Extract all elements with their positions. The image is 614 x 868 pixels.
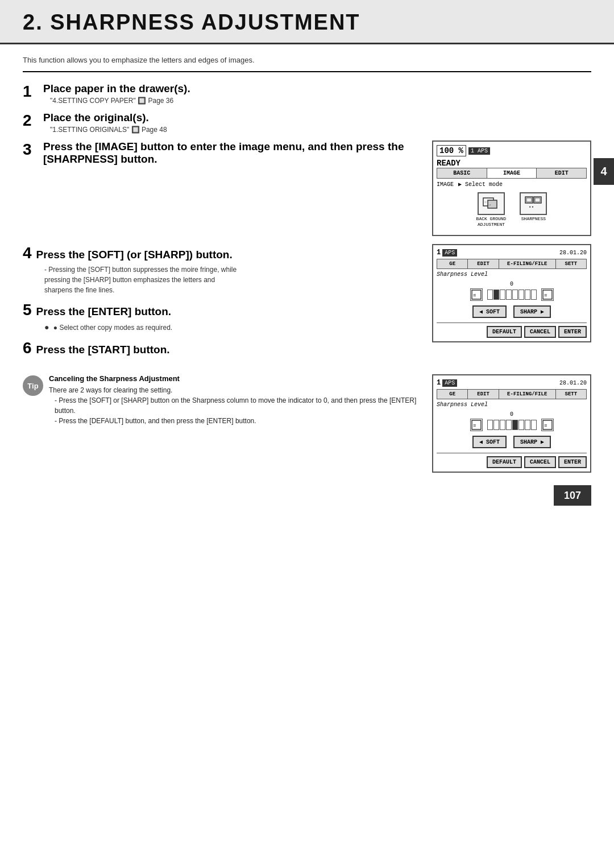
svg-text:☆: ☆ (484, 200, 487, 204)
seg3-8 (531, 420, 537, 430)
seg3 (500, 290, 505, 300)
seg1 (487, 290, 493, 300)
step-4-number: 4 (23, 244, 32, 262)
svg-text:≡: ≡ (473, 423, 476, 429)
step-4-title: 4 Press the [SOFT] (or [SHARP]) button. (23, 244, 421, 262)
step-4-sub3: sharpens the fine lines. (44, 285, 421, 295)
tip-section: Tip Canceling the Sharpness Adjustment T… (23, 374, 591, 473)
ui-sharp-btn3[interactable]: SHARP ▶ (513, 436, 551, 448)
tip-content: Canceling the Sharpness Adjustment There… (49, 374, 424, 426)
ui-bottom-btns2: DEFAULT CANCEL ENTER (437, 323, 587, 338)
ui-nav-row: IMAGE ▶ Select mode (437, 181, 587, 188)
seg5 (512, 290, 518, 300)
ui-date2: 28.01.20 (559, 250, 587, 256)
page-title: 2. SHARPNESS ADJUSTMENT (23, 10, 591, 35)
tip-bullet1: - Press the [SOFT] or [SHARP] button on … (55, 395, 424, 416)
seg3-6 (518, 420, 524, 430)
step-1-number: 1 (23, 84, 43, 100)
ui-soft-sharp-row2: ◀ SOFT SHARP ▶ (437, 305, 587, 318)
seg4 (506, 290, 512, 300)
ui-icon-background[interactable]: → ☆ BACK GROUNDADJUSTMENT (476, 192, 507, 227)
ui-indicator-left-icon2: ≡ (470, 288, 483, 301)
ui-default-btn3[interactable]: DEFAULT (487, 456, 522, 468)
tip-text: There are 2 ways for clearing the settin… (49, 385, 424, 395)
ui-default-btn2[interactable]: DEFAULT (487, 326, 522, 338)
seg3-5 (512, 420, 518, 430)
ui-tab-edit[interactable]: EDIT (537, 168, 586, 178)
ui-cancel-btn2[interactable]: CANCEL (524, 326, 556, 338)
step-2-sub: "1.SETTING ORIGINALS" 🔲 Page 48 (50, 126, 591, 134)
ui-tabs3: GE EDIT E-FILING/FILE SETT (437, 389, 587, 399)
ui-tab3-ge[interactable]: GE (437, 390, 468, 399)
ui-tab2-edit[interactable]: EDIT (468, 259, 499, 268)
ui-indicator-right-icon3: ≡ (541, 419, 554, 431)
ui-screen-2-header: 1 APS 28.01.20 (437, 249, 587, 257)
ui-screen-1: 100 % 1 APS READY BASIC IMAGE EDIT IMAGE… (432, 140, 591, 236)
step-2-content: Place the original(s). "1.SETTING ORIGIN… (43, 111, 591, 136)
side-tab: 4 (594, 158, 614, 185)
step-3-text: 3 Press the [IMAGE] button to enter the … (23, 140, 421, 167)
seg8 (531, 290, 537, 300)
step-3-ui-screen: 100 % 1 APS READY BASIC IMAGE EDIT IMAGE… (432, 140, 591, 236)
ui-sharp-btn2[interactable]: SHARP ▶ (513, 305, 551, 318)
description: This function allows you to emphasize th… (23, 56, 591, 72)
svg-text:≡: ≡ (544, 423, 547, 429)
ui-screen-3: 1 APS 28.01.20 GE EDIT E-FILING/FILE SET… (432, 374, 591, 473)
ui-sharpness-label3: Sharpness Level (437, 402, 587, 408)
steps-456-left: 4 Press the [SOFT] (or [SHARP]) button. … (23, 244, 421, 363)
seg6 (518, 290, 524, 300)
ui-indicator-row3: ≡ ≡ (437, 419, 587, 431)
seg3-2 (493, 420, 499, 430)
ui-tab-basic[interactable]: BASIC (437, 168, 487, 178)
ui-sharpness-label2: Sharpness Level (437, 271, 587, 278)
ui-soft-sharp-row3: ◀ SOFT SHARP ▶ (437, 436, 587, 448)
tip-ui-screen: 1 APS 28.01.20 GE EDIT E-FILING/FILE SET… (432, 374, 591, 473)
ui-enter-btn2[interactable]: ENTER (558, 326, 587, 338)
ui-nav-arrow: ▶ Select mode (458, 181, 503, 188)
ui-tab3-efiling[interactable]: E-FILING/FILE (499, 390, 556, 399)
ui-enter-btn3[interactable]: ENTER (558, 456, 587, 468)
ui-ready: READY (437, 159, 587, 168)
ui-percent: 100 % (437, 145, 466, 156)
main-content: This function allows you to emphasize th… (0, 44, 614, 519)
seg3-4 (506, 420, 512, 430)
ui-soft-btn3[interactable]: ◀ SOFT (472, 436, 507, 448)
ui-tab2-ge[interactable]: GE (437, 259, 468, 268)
ui-icon-sharpness[interactable]: ▪▪ SHARPNESS (520, 192, 547, 227)
step-4-title-text: Press the [SOFT] (or [SHARP]) button. (36, 249, 233, 261)
sharpness-icon: ▪▪ (520, 192, 547, 215)
ui-tab3-sett[interactable]: SETT (556, 390, 586, 399)
ui-tab3-edit[interactable]: EDIT (468, 390, 499, 399)
step-2: 2 Place the original(s). "1.SETTING ORIG… (23, 111, 591, 136)
ui-tab-image[interactable]: IMAGE (487, 168, 537, 178)
ui-zero-label3: 0 (437, 411, 587, 418)
ui-aps-badge3: APS (442, 379, 457, 387)
ui-indicator-left-icon3: ≡ (470, 419, 483, 431)
ui-aps-num3: 1 (437, 379, 441, 387)
svg-text:▪▪: ▪▪ (529, 204, 534, 209)
step-1-title: Place paper in the drawer(s). (43, 82, 591, 95)
steps-456-right: 1 APS 28.01.20 GE EDIT E-FILING/FILE SET… (432, 244, 591, 363)
page-header: 2. SHARPNESS ADJUSTMENT (0, 0, 614, 44)
step-6-title-text: Press the [START] button. (36, 344, 170, 356)
ui-tab2-efiling[interactable]: E-FILING/FILE (499, 259, 556, 268)
ui-nav-label: IMAGE (437, 181, 454, 188)
step-5-sub: ● ● Select other copy modes as required. (44, 321, 421, 333)
step-5-number: 5 (23, 301, 32, 319)
step-3-number: 3 (23, 142, 43, 158)
ui-cancel-btn3[interactable]: CANCEL (524, 456, 556, 468)
ui-tab2-sett[interactable]: SETT (556, 259, 586, 268)
seg2 (493, 290, 499, 300)
step-4: 4 Press the [SOFT] (or [SHARP]) button. … (23, 244, 421, 295)
step-4-sub1: - Pressing the [SOFT] button suppresses … (44, 264, 421, 275)
ui-bottom-btns3: DEFAULT CANCEL ENTER (437, 453, 587, 468)
ui-soft-btn2[interactable]: ◀ SOFT (472, 305, 507, 318)
svg-text:≡: ≡ (544, 293, 547, 299)
ui-indicator-right-icon2: ≡ (541, 288, 554, 301)
ui-tabs2: GE EDIT E-FILING/FILE SETT (437, 259, 587, 269)
page-number: 107 (554, 485, 591, 506)
step-3-content: Press the [IMAGE] button to enter the im… (43, 140, 421, 167)
ui-aps2: 1 APS (437, 249, 460, 257)
steps-456-wrapper: 4 Press the [SOFT] (or [SHARP]) button. … (23, 244, 591, 363)
ui-zero-label2: 0 (437, 281, 587, 287)
